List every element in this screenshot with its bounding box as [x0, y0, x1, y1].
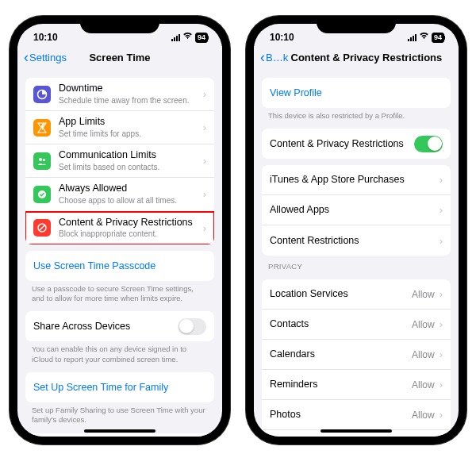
family-section: Set Up Screen Time for Family	[25, 372, 214, 402]
signal-icon	[171, 34, 180, 41]
page-title: Content & Privacy Restrictions	[291, 52, 443, 63]
status-indicators: 94	[408, 33, 444, 43]
svg-point-2	[43, 159, 45, 161]
chevron-right-icon: ›	[203, 88, 206, 100]
chevron-right-icon: ›	[203, 222, 206, 234]
chevron-right-icon: ›	[440, 379, 443, 391]
chevron-right-icon: ›	[440, 348, 443, 360]
chevron-right-icon: ›	[440, 235, 443, 247]
turn-off-section: Turn Off Screen Time	[25, 433, 214, 437]
toggle-section: Content & Privacy Restrictions	[262, 129, 451, 159]
store-section: iTunes & App Store Purchases › Allowed A…	[262, 165, 451, 256]
content-left[interactable]: DowntimeSchedule time away from the scre…	[17, 71, 222, 437]
signal-icon	[408, 34, 416, 41]
row-downtime[interactable]: DowntimeSchedule time away from the scre…	[25, 78, 214, 111]
battery-icon: 94	[195, 33, 208, 43]
share-section: Share Across Devices	[25, 311, 214, 341]
chevron-left-icon: ‹	[260, 50, 265, 64]
chevron-right-icon: ›	[203, 155, 206, 167]
family-link[interactable]: Set Up Screen Time for Family	[25, 372, 214, 402]
screen-left: 10:10 94 ‹ Settings Screen Time Downtime…	[17, 24, 222, 437]
row-privacy-item[interactable]: PhotosAllow›	[262, 400, 451, 430]
row-allowed-apps[interactable]: Allowed Apps ›	[262, 195, 451, 225]
wifi-icon	[419, 32, 429, 41]
restrictions-toggle[interactable]	[414, 136, 443, 152]
row-app-limits[interactable]: App LimitsSet time limits for apps. ›	[25, 111, 214, 144]
back-button[interactable]: ‹ Settings	[24, 50, 67, 64]
row-restrictions-toggle[interactable]: Content & Privacy Restrictions	[262, 129, 451, 159]
passcode-note: Use a passcode to secure Screen Time set…	[17, 281, 222, 306]
row-privacy-item[interactable]: CalendarsAllow›	[262, 340, 451, 370]
share-toggle[interactable]	[178, 318, 206, 335]
privacy-section: Location ServicesAllow›ContactsAllow›Cal…	[262, 279, 451, 437]
chevron-right-icon: ›	[203, 188, 206, 200]
status-indicators: 94	[171, 33, 208, 43]
profile-section: View Profile	[262, 78, 451, 108]
row-privacy-item[interactable]: RemindersAllow›	[262, 370, 451, 400]
restrictions-section: DowntimeSchedule time away from the scre…	[25, 78, 214, 244]
downtime-icon	[33, 86, 51, 103]
back-label: B…k	[266, 52, 288, 63]
passcode-section: Use Screen Time Passcode	[25, 251, 214, 281]
home-indicator[interactable]	[321, 429, 392, 433]
chevron-left-icon: ‹	[24, 50, 29, 64]
status-time: 10:10	[270, 32, 294, 43]
svg-point-1	[39, 158, 42, 161]
content-privacy-icon	[33, 219, 51, 237]
chevron-right-icon: ›	[440, 174, 443, 186]
turn-off-link[interactable]: Turn Off Screen Time	[25, 433, 214, 437]
privacy-header: Privacy	[254, 256, 459, 273]
wifi-icon	[182, 32, 193, 41]
notch	[317, 16, 396, 33]
row-content-restrictions[interactable]: Content Restrictions ›	[262, 225, 451, 256]
use-passcode-link[interactable]: Use Screen Time Passcode	[25, 251, 214, 281]
nav-bar: ‹ Settings Screen Time	[17, 46, 222, 71]
chevron-right-icon: ›	[440, 409, 443, 421]
row-communication-limits[interactable]: Communication LimitsSet limits based on …	[25, 144, 214, 178]
notch	[80, 16, 159, 33]
svg-line-5	[40, 225, 45, 231]
row-privacy-item[interactable]: Location ServicesAllow›	[262, 279, 451, 310]
row-content-privacy[interactable]: Content & Privacy RestrictionsBlock inap…	[25, 212, 214, 244]
always-allowed-icon	[33, 186, 51, 203]
row-always-allowed[interactable]: Always AllowedChoose apps to allow at al…	[25, 178, 214, 211]
phone-left: 10:10 94 ‹ Settings Screen Time Downtime…	[10, 16, 230, 444]
content-right[interactable]: View Profile This device is also restric…	[254, 71, 459, 437]
chevron-right-icon: ›	[440, 288, 443, 300]
chevron-right-icon: ›	[440, 204, 443, 216]
chevron-right-icon: ›	[203, 121, 206, 133]
view-profile-link[interactable]: View Profile	[262, 78, 451, 108]
chevron-right-icon: ›	[440, 318, 443, 330]
screen-right: 10:10 94 ‹ B…k Content & Privacy Restric…	[254, 24, 459, 437]
back-label: Settings	[29, 52, 67, 63]
nav-bar: ‹ B…k Content & Privacy Restrictions	[254, 46, 459, 71]
row-privacy-item[interactable]: ContactsAllow›	[262, 310, 451, 340]
app-limits-icon	[33, 119, 51, 137]
back-button[interactable]: ‹ B…k	[260, 50, 288, 64]
family-note: Set up Family Sharing to use Screen Time…	[17, 402, 222, 427]
share-note: You can enable this on any device signed…	[17, 341, 222, 366]
battery-icon: 94	[432, 33, 444, 43]
profile-note: This device is also restricted by a Prof…	[254, 108, 459, 122]
row-share-devices[interactable]: Share Across Devices	[25, 311, 214, 341]
page-title: Screen Time	[89, 52, 150, 63]
communication-limits-icon	[33, 152, 51, 170]
status-time: 10:10	[33, 32, 58, 43]
home-indicator[interactable]	[84, 429, 155, 433]
phone-right: 10:10 94 ‹ B…k Content & Privacy Restric…	[246, 16, 466, 444]
row-itunes-purchases[interactable]: iTunes & App Store Purchases ›	[262, 165, 451, 195]
